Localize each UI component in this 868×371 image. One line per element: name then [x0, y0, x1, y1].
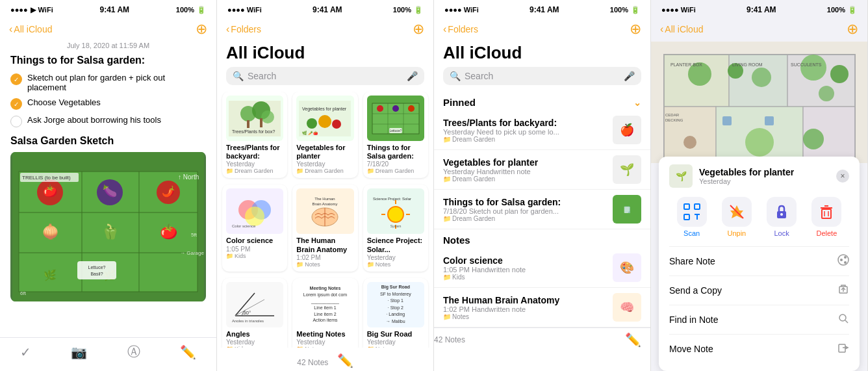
list-thumb-salsa-list: 🗒️ [613, 195, 641, 224]
folder-icon-veg: 📁 [296, 168, 303, 174]
lock-icon-circle [767, 197, 797, 227]
svg-text:Lettuce?: Lettuce? [88, 265, 106, 270]
checklist-item-3[interactable]: Ask Jorge about borrowing his tools [10, 115, 206, 127]
back-button-1[interactable]: ‹ All iCloud [9, 23, 52, 35]
svg-rect-30 [247, 120, 249, 128]
share-note-label: Share Note [669, 256, 715, 266]
folder-icon-trees: 📁 [226, 168, 233, 174]
list-title-brain-list: The Human Brain Anatomy [443, 295, 606, 305]
card-title-brain: The Human Brain Anatomy [296, 237, 353, 253]
check-toolbar-button[interactable]: ✓ [20, 344, 31, 360]
more-button-3[interactable]: ⊕ [630, 21, 641, 38]
grid-card-color[interactable]: Color science Color science 1:05 PM 📁 Ki… [222, 185, 287, 271]
card-title-salsa: Things to for Salsa garden: [367, 144, 424, 160]
list-item-color[interactable]: Color science 1:05 PM Handwritten note 📁… [434, 248, 650, 288]
checklist-item-2[interactable]: ✓ Choose Vegetables [10, 97, 206, 110]
list-item-brain-list[interactable]: The Human Brain Anatomy 1:02 PM Handwrit… [434, 288, 650, 327]
search-icon-2: 🔍 [233, 71, 244, 81]
back-label-1: All iCloud [14, 24, 52, 34]
list-content-brain-list: The Human Brain Anatomy 1:02 PM Handwrit… [443, 295, 606, 320]
lock-action-button[interactable]: Lock [767, 197, 797, 237]
nav-bar-3: ‹ Folders ⊕ [434, 18, 650, 42]
svg-point-47 [408, 105, 415, 112]
status-bar-1: ●●●● ▶ WiFi 9:41 AM 100% 🔋 [0, 0, 216, 18]
back-button-2[interactable]: ‹ Folders [226, 23, 261, 35]
grid-card-trees[interactable]: Trees/Plants for box? Trees/Plants for b… [222, 92, 287, 178]
battery-3: 100% 🔋 [610, 6, 640, 14]
svg-text:🍆: 🍆 [103, 184, 118, 198]
svg-rect-31 [260, 118, 262, 127]
move-note-icon [837, 342, 849, 356]
svg-rect-100 [695, 204, 700, 209]
chevron-icon-1: ‹ [9, 23, 12, 35]
pinned-chevron-icon[interactable]: ⌄ [633, 97, 641, 108]
list-item-salsa-list[interactable]: Things to for Salsa garden: 7/18/20 Sket… [434, 190, 650, 229]
list-folder-veg-planter: 📁 Dream Garden [443, 175, 606, 183]
popup-close-button[interactable]: × [836, 170, 849, 183]
svg-text:30°: 30° [243, 310, 251, 316]
card-date-color: 1:05 PM [226, 246, 283, 253]
svg-text:SUCCULENTS: SUCCULENTS [791, 62, 822, 67]
more-button-1[interactable]: ⊕ [196, 21, 207, 38]
svg-text:Basil?: Basil? [90, 272, 103, 276]
svg-line-119 [845, 320, 848, 323]
battery-4: 100% 🔋 [827, 6, 857, 14]
grid-card-meeting[interactable]: Meeting Notes Lorem ipsum dot com ______… [292, 278, 357, 348]
scan-action-button[interactable]: Scan [677, 197, 707, 237]
signal-icon: ●●●● ▶ WiFi [10, 6, 53, 14]
grid-card-angles[interactable]: 30° Angles in triangles Angles Yesterday… [222, 278, 287, 348]
search-bar-2[interactable]: 🔍 Search 🎤 [226, 67, 424, 85]
card-title-science: Science Project: Solar... [367, 237, 424, 253]
checklist-item-1[interactable]: ✓ Sketch out plan for garden + pick out … [10, 73, 206, 92]
list-sub-brain-list: 1:02 PM Handwritten note [443, 305, 606, 313]
card-img-angles: 30° Angles in triangles [226, 282, 283, 327]
menu-item-copy[interactable]: Send a Copy [669, 275, 849, 305]
svg-text:System: System [390, 224, 401, 228]
svg-text:🍅: 🍅 [160, 223, 178, 240]
popup-header: 🌱 Vegetables for planter Yesterday × [669, 164, 849, 188]
svg-point-89 [745, 128, 774, 157]
menu-item-move[interactable]: Move Note [669, 334, 849, 363]
svg-text:Vegetables for planter: Vegetables for planter [302, 107, 347, 112]
compose-toolbar-button[interactable]: ✏️ [180, 344, 196, 360]
search-bar-3[interactable]: 🔍 Search 🎤 [443, 67, 641, 85]
svg-text:🧅: 🧅 [42, 223, 60, 240]
list-item-veg-planter[interactable]: Vegetables for planter Yesterday Handwri… [434, 150, 650, 190]
bottom-toolbar-1: ✓ 📷 Ⓐ ✏️ [0, 337, 216, 371]
card-title-meeting: Meeting Notes [296, 330, 353, 339]
card-date-angles: Yesterday [226, 339, 283, 346]
svg-rect-20 [77, 261, 116, 279]
more-button-2[interactable]: ⊕ [413, 21, 424, 38]
card-date-veg: Yesterday [296, 160, 353, 168]
compose-button-3[interactable]: ✏️ [625, 332, 641, 348]
list-thumb-veg-planter: 🌱 [613, 155, 641, 184]
card-folder-trees: 📁 Dream Garden [226, 168, 283, 174]
delete-action-button[interactable]: Delete [811, 197, 841, 237]
grid-card-vegetables[interactable]: Vegetables for planter 🌿 🥕 🍅 Vegetables … [292, 92, 357, 178]
folder-icon-list-brain: 📁 [443, 313, 451, 320]
grid-card-brain[interactable]: The Human Brain Anatomy The Human Brain … [292, 185, 357, 271]
mic-icon-3: 🎤 [624, 71, 635, 81]
svg-rect-96 [722, 116, 732, 125]
camera-toolbar-button[interactable]: 📷 [71, 344, 87, 360]
compose-button-2[interactable]: ✏️ [337, 353, 353, 368]
menu-item-share[interactable]: Share Note [669, 246, 849, 275]
more-button-4[interactable]: ⊕ [847, 21, 858, 38]
note-date: July 18, 2020 at 11:59 AM [10, 42, 206, 49]
svg-point-114 [844, 256, 847, 259]
grid-card-salsa[interactable]: Lettuce? Things to for Salsa garden: 7/1… [363, 92, 428, 178]
svg-point-86 [830, 65, 849, 83]
svg-rect-101 [684, 214, 689, 220]
svg-point-53 [245, 207, 264, 226]
back-button-4[interactable]: ‹ All iCloud [660, 23, 703, 35]
unpin-action-button[interactable]: Unpin [722, 197, 752, 237]
back-button-3[interactable]: ‹ Folders [443, 23, 478, 35]
grid-card-bigsur[interactable]: Big Sur Road SF to Monterey · Stop 1 · S… [363, 278, 428, 348]
list-item-trees[interactable]: Trees/Plants for backyard: Yesterday Nee… [434, 110, 650, 150]
menu-item-find[interactable]: Find in Note [669, 305, 849, 334]
panel-grid-view: ●●●● WiFi 9:41 AM 100% 🔋 ‹ Folders ⊕ All… [217, 0, 434, 371]
grid-card-science[interactable]: Science Project: Solar System Science Pr… [363, 185, 428, 271]
svg-rect-107 [822, 209, 831, 218]
text-toolbar-button[interactable]: Ⓐ [127, 343, 140, 361]
svg-point-37 [332, 120, 341, 129]
